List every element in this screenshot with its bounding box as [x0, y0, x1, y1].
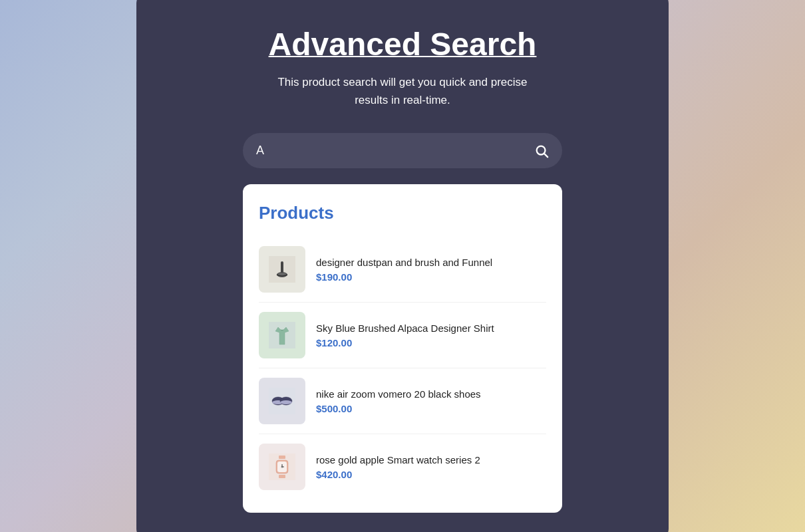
- search-input[interactable]: [243, 133, 562, 168]
- product-price: $420.00: [316, 469, 480, 480]
- product-price: $190.00: [316, 271, 492, 283]
- product-image: [259, 312, 305, 358]
- search-button[interactable]: [532, 141, 552, 161]
- product-image: [259, 246, 305, 293]
- product-name: nike air zoom vomero 20 black shoes: [316, 388, 481, 401]
- product-image-icon: [259, 444, 305, 490]
- results-panel: Products designer dus: [243, 184, 562, 513]
- results-heading: Products: [259, 203, 546, 223]
- list-item[interactable]: nike air zoom vomero 20 black shoes $500…: [259, 368, 546, 434]
- svg-line-1: [544, 154, 548, 157]
- product-image-icon: [259, 312, 305, 358]
- product-image-icon: [259, 378, 305, 424]
- product-name: designer dustpan and brush and Funnel: [316, 256, 492, 269]
- product-image-icon: [259, 246, 305, 293]
- product-list: designer dustpan and brush and Funnel $1…: [259, 237, 546, 499]
- product-name: Sky Blue Brushed Alpaca Designer Shirt: [316, 322, 494, 335]
- list-item[interactable]: designer dustpan and brush and Funnel $1…: [259, 237, 546, 303]
- product-price: $120.00: [316, 337, 494, 348]
- product-image: [259, 378, 305, 424]
- svg-rect-13: [279, 456, 285, 459]
- product-image: [259, 444, 305, 490]
- product-price: $500.00: [316, 403, 481, 414]
- product-info: Sky Blue Brushed Alpaca Designer Shirt $…: [316, 322, 494, 349]
- list-item[interactable]: rose gold apple Smart watch series 2 $42…: [259, 434, 546, 499]
- svg-rect-14: [279, 475, 285, 478]
- main-panel: Advanced Search This product search will…: [136, 0, 669, 532]
- search-icon: [534, 144, 549, 158]
- list-item[interactable]: Sky Blue Brushed Alpaca Designer Shirt $…: [259, 303, 546, 368]
- page-subtitle: This product search will get you quick a…: [269, 73, 536, 109]
- page-title: Advanced Search: [269, 26, 537, 63]
- product-name: rose gold apple Smart watch series 2: [316, 454, 480, 467]
- search-bar-wrapper: [243, 133, 562, 168]
- product-info: designer dustpan and brush and Funnel $1…: [316, 256, 492, 283]
- svg-point-11: [280, 400, 292, 404]
- product-info: rose gold apple Smart watch series 2 $42…: [316, 454, 480, 481]
- product-info: nike air zoom vomero 20 black shoes $500…: [316, 388, 481, 415]
